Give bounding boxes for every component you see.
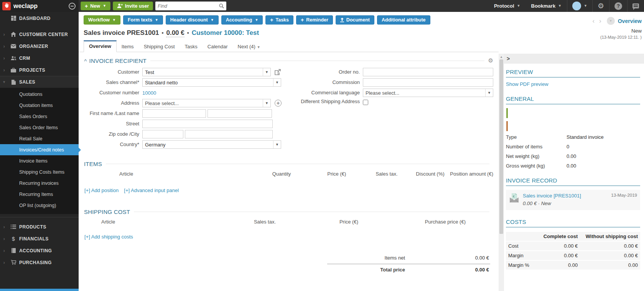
form-texts-button[interactable]: Form texts▼ bbox=[123, 15, 163, 25]
sidebar-item-retail-sale[interactable]: Retail Sale bbox=[0, 133, 79, 144]
sales-channel-select[interactable]: Standard netto ▼ bbox=[142, 78, 281, 87]
sidebar-item-recurring-invoices[interactable]: Recurring invoices bbox=[0, 178, 79, 189]
scrollbar-track[interactable]: ▲ bbox=[499, 54, 504, 291]
tab-calendar[interactable]: Calendar bbox=[203, 41, 233, 52]
svg-text:€: € bbox=[513, 195, 515, 198]
last-name-input[interactable] bbox=[208, 109, 272, 118]
sidebar-item-invoice-items[interactable]: Invoice Items bbox=[0, 155, 79, 166]
sidebar-item-customer-center[interactable]: › CUSTOMER CENTER bbox=[0, 28, 79, 40]
previous-record-icon[interactable]: ‹ bbox=[590, 18, 597, 24]
sidebar-item-sales[interactable]: ▼ SALES bbox=[0, 76, 79, 88]
green-status-bar bbox=[506, 108, 508, 118]
sidebar-item-sales-orders[interactable]: Sales Orders bbox=[0, 111, 79, 122]
plus-icon: + bbox=[301, 17, 304, 23]
chevron-down-icon: ▼ bbox=[273, 141, 281, 148]
additional-attribute-button[interactable]: Additional attribute bbox=[377, 15, 430, 25]
scroll-up-icon[interactable]: ▲ bbox=[500, 54, 503, 59]
add-shipping-costs-link[interactable]: [+] Add shipping costs bbox=[84, 234, 133, 240]
weclapp-logo[interactable] bbox=[2, 2, 11, 10]
sidebar-item-financials[interactable]: › $ FINANCIALS bbox=[0, 233, 79, 245]
tab-shipping-cost[interactable]: Shipping Cost bbox=[139, 41, 180, 52]
chevron-down-icon: ▼ bbox=[485, 89, 493, 97]
sidebar-bottom-group: › PRODUCTS › $ FINANCIALS › ACCOUNTING ›… bbox=[0, 217, 79, 268]
customer-select[interactable]: Test ▼ bbox=[142, 68, 271, 76]
open-customer-icon[interactable] bbox=[275, 69, 281, 75]
advanced-input-panel-link[interactable]: [+] Advanced input panel bbox=[124, 187, 179, 193]
zip-code-input[interactable] bbox=[142, 130, 183, 138]
panel-collapse-bar[interactable]: > bbox=[504, 54, 644, 64]
chevron-right-icon: › bbox=[0, 44, 8, 49]
sidebar-item-shipping-costs-items[interactable]: Shipping Costs Items bbox=[0, 166, 79, 178]
chevron-down-icon: ▼ bbox=[257, 45, 260, 49]
invoice-amount[interactable]: 0.00 € bbox=[166, 29, 184, 37]
first-name-input[interactable] bbox=[142, 109, 206, 118]
sidebar-item-purchasing[interactable]: › PURCHASING bbox=[0, 256, 79, 268]
commercial-language-select[interactable]: Please select... ▼ bbox=[363, 89, 493, 97]
bookmark-menu[interactable]: Bookmark▼ bbox=[526, 0, 567, 12]
help-button[interactable]: ? bbox=[609, 0, 627, 12]
chevron-right-icon: › bbox=[0, 236, 8, 242]
customer-number-link[interactable]: 10000 bbox=[142, 90, 156, 96]
commission-input[interactable] bbox=[363, 78, 493, 87]
chevron-down-icon: ▼ bbox=[273, 79, 281, 86]
add-position-link[interactable]: [+] Add position bbox=[84, 187, 119, 193]
sidebar-item-sales-order-items[interactable]: Sales Order Items bbox=[0, 122, 79, 133]
settings-button[interactable]: ⚙ bbox=[593, 0, 609, 12]
protocol-menu[interactable]: Protocol▼ bbox=[489, 0, 526, 12]
record-status-date: (13-May-2019 12:11. ) bbox=[504, 35, 642, 39]
add-address-icon[interactable]: + bbox=[275, 100, 282, 107]
accounting-button[interactable]: Accounting▼ bbox=[221, 15, 263, 25]
dollar-icon: $ bbox=[8, 236, 18, 242]
tab-overview[interactable]: Overview bbox=[84, 40, 117, 52]
sidebar-item-recurring-items[interactable]: Recurring Items bbox=[0, 189, 79, 200]
sidebar-item-projects[interactable]: › PROJECTS bbox=[0, 64, 79, 76]
sidebar-item-crm[interactable]: › CRM bbox=[0, 52, 79, 64]
add-task-button[interactable]: +Tasks bbox=[265, 15, 293, 25]
main-area: Workflow▼ Form texts▼ Header discount▼ A… bbox=[79, 12, 499, 291]
scrollbar-thumb[interactable] bbox=[499, 59, 503, 234]
collapse-section-icon[interactable]: ^ bbox=[84, 58, 87, 64]
section-settings-icon[interactable]: ⚙ bbox=[488, 57, 493, 64]
costs-heading: COSTS bbox=[506, 219, 640, 227]
commercial-language-label: Commercial language bbox=[286, 90, 363, 96]
tab-items[interactable]: Items bbox=[117, 41, 139, 52]
sales-invoice-link[interactable]: Sales invoice [PRES1001] bbox=[523, 193, 611, 199]
different-shipping-checkbox[interactable] bbox=[363, 100, 368, 105]
invoice-record-card[interactable]: € Sales invoice [PRES1001] 0.00 € · New … bbox=[506, 190, 640, 210]
city-input[interactable] bbox=[185, 130, 273, 138]
record-menu-icon[interactable]: ▼ bbox=[607, 17, 615, 25]
search-input[interactable] bbox=[158, 3, 219, 9]
collapse-sidebar-icon[interactable] bbox=[69, 3, 76, 10]
next-record-icon[interactable]: › bbox=[597, 18, 604, 24]
customer-link[interactable]: Customer 10000: Test bbox=[192, 29, 259, 37]
country-select[interactable]: Germany ▼ bbox=[142, 140, 281, 149]
sidebar-item-dashboard[interactable]: DASHBOARD bbox=[0, 12, 79, 24]
order-no-input[interactable] bbox=[363, 68, 493, 76]
tab-tasks[interactable]: Tasks bbox=[180, 41, 203, 52]
address-select[interactable]: Please select... ▼ bbox=[142, 99, 271, 107]
header-discount-button[interactable]: Header discount▼ bbox=[166, 15, 219, 25]
sidebar-item-quotations[interactable]: Quotations bbox=[0, 89, 79, 100]
tab-next-more[interactable]: Next (4)▼ bbox=[233, 41, 265, 52]
overview-link[interactable]: Overview bbox=[618, 18, 642, 24]
invite-user-button[interactable]: Invite user bbox=[113, 2, 153, 10]
total-price-label: Total price bbox=[328, 267, 405, 273]
add-reminder-button[interactable]: +Reminder bbox=[296, 15, 333, 25]
sidebar-item-invoices-credit-notes[interactable]: Invoices/Credit notes bbox=[0, 144, 79, 155]
sidebar-item-quotation-items[interactable]: Quotation items bbox=[0, 100, 79, 111]
show-pdf-preview-link[interactable]: Show PDF preview bbox=[506, 81, 548, 87]
sidebar-item-products[interactable]: › PRODUCTS bbox=[0, 221, 79, 233]
feedback-button[interactable] bbox=[628, 0, 644, 12]
avatar bbox=[572, 2, 581, 10]
sidebar-item-op-list-outgoing[interactable]: OP list (outgoing) bbox=[0, 200, 79, 211]
briefcase-icon bbox=[8, 68, 18, 72]
search-icon[interactable] bbox=[219, 3, 224, 8]
street-input[interactable] bbox=[142, 120, 273, 128]
sidebar-item-organizer[interactable]: › ORGANIZER bbox=[0, 40, 79, 52]
workflow-button[interactable]: Workflow▼ bbox=[84, 15, 120, 25]
sidebar-item-accounting[interactable]: › ACCOUNTING bbox=[0, 245, 79, 256]
user-menu[interactable]: ▼ bbox=[567, 0, 592, 12]
invoice-record-icon: € bbox=[509, 193, 519, 206]
upload-document-button[interactable]: Document bbox=[336, 15, 374, 25]
new-button[interactable]: + New ▼ bbox=[81, 2, 110, 10]
